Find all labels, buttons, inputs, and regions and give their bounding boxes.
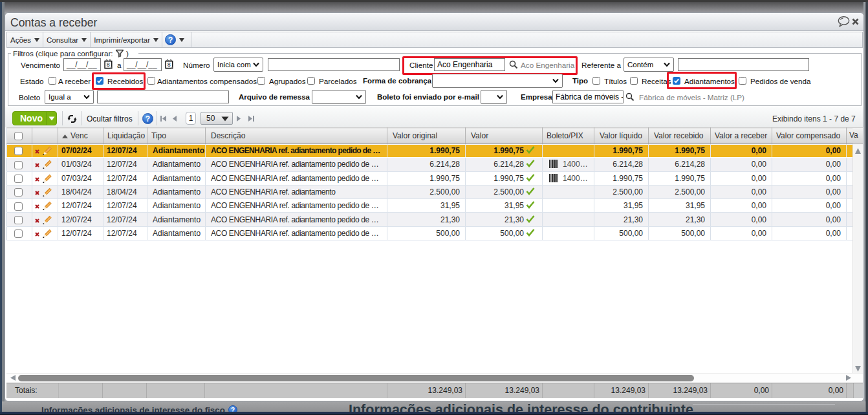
svg-text:8: 8 xyxy=(168,61,171,68)
svg-text:8: 8 xyxy=(107,61,110,68)
